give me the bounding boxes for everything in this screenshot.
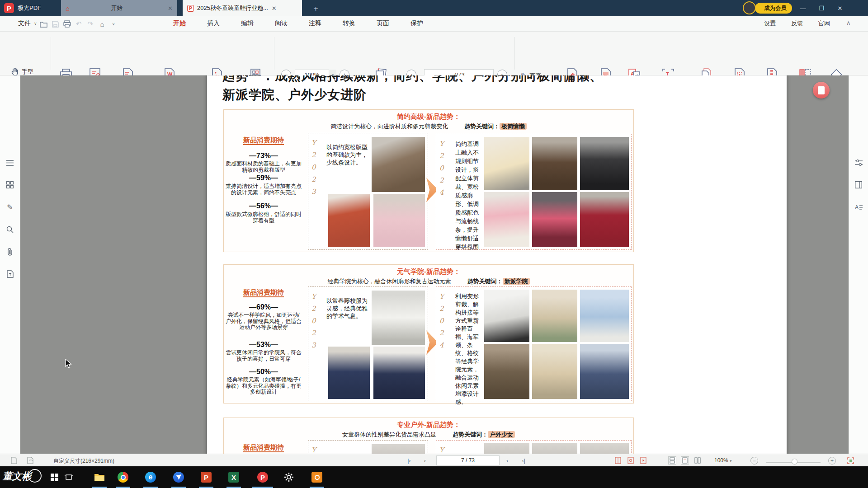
app-logo-icon: P — [4, 3, 14, 13]
trend-panel-academy: 元气学院-新品趋势： 经典学院为核心，融合休闲廓形和复古运动元素 趋势关键词：新… — [223, 264, 634, 404]
floating-doc-button[interactable] — [813, 82, 830, 99]
panel-keyword: 趋势关键词：户外少女 — [453, 431, 515, 439]
website-link[interactable]: 官网 — [818, 19, 830, 28]
attachment-icon[interactable] — [5, 247, 15, 257]
edge-icon[interactable]: e — [143, 470, 158, 484]
year-note: 简约基调上融入不规则细节设计，搭配立体剪裁、宽松质感廓形、低调质感配色与流畅线条… — [455, 140, 481, 251]
keyword-chip: 新派学院 — [503, 278, 530, 285]
blue-app-icon[interactable] — [171, 470, 186, 484]
avatar[interactable] — [743, 1, 756, 14]
next-page-button[interactable]: › — [503, 456, 512, 465]
menu-tab-annotate[interactable]: 注释 — [309, 19, 321, 28]
jpdf-icon[interactable]: P — [255, 470, 270, 484]
open-file-icon[interactable] — [38, 19, 48, 29]
page-title-line1: 趋势一：成熟风格持续焕新，简约、学院、户外分别向极简慵懒、 — [222, 75, 603, 84]
page-icon[interactable] — [26, 456, 34, 465]
single-view-icon[interactable] — [681, 456, 689, 465]
annotation-pen-icon[interactable]: ✎ — [5, 202, 15, 212]
stat-desc: 尝试不一样学院风，如更运动/户外化，保留经典风格，但适合运动户外等多场景穿 — [226, 312, 302, 331]
export-page-icon[interactable] — [5, 269, 15, 279]
clothing-photo — [532, 344, 577, 399]
home-icon[interactable]: ⌂ — [97, 19, 107, 29]
slideshow-icon[interactable] — [639, 456, 647, 465]
properties-tune-icon[interactable] — [854, 158, 863, 168]
signature-flourish — [28, 469, 42, 483]
read-mode-icon[interactable] — [614, 456, 622, 465]
menu-tab-read[interactable]: 阅读 — [275, 19, 288, 28]
tab-home[interactable]: ⌂ 开始 ✕ — [61, 0, 177, 16]
double-view-icon[interactable] — [693, 456, 702, 465]
stat-desc: 经典学院元素（如海军领/格子/条纹）和多元化品类碰撞，有更多创新设计 — [226, 377, 302, 395]
menu-tab-protect[interactable]: 保护 — [410, 19, 423, 28]
hand-tool-label: 手型 — [22, 68, 33, 76]
undo-icon[interactable]: ↶ — [74, 19, 84, 29]
start-button[interactable] — [47, 470, 61, 484]
page-icon[interactable] — [10, 456, 18, 465]
hand-tool[interactable]: 手型 — [11, 68, 33, 76]
excel-icon[interactable]: X — [226, 470, 241, 484]
minimize-button[interactable]: — — [794, 0, 812, 16]
settings-gear-icon[interactable] — [282, 470, 296, 484]
chevron-down-icon[interactable]: ∨ — [108, 19, 118, 29]
panel-layout-icon[interactable] — [854, 180, 863, 190]
redo-icon[interactable]: ↷ — [85, 19, 95, 29]
close-button[interactable]: ✕ — [831, 0, 849, 16]
year-note: 利用变形剪裁、解构拼接等方式重新诠释百褶、海军领、条纹、格纹等经典学院元素，融合… — [455, 292, 481, 406]
keyword-chip: 户外少女 — [488, 431, 515, 438]
clothing-photo — [373, 347, 425, 399]
print-icon[interactable] — [62, 19, 72, 29]
left-sidebar: ✎ — [0, 75, 20, 454]
maximize-button[interactable]: ❐ — [812, 0, 830, 16]
stat-pct: —56%— — [226, 202, 301, 210]
menu-tab-edit[interactable]: 编辑 — [241, 19, 254, 28]
new-tab-button[interactable]: ＋ — [312, 3, 320, 14]
year-2024-box: Y2024 简约基调上融入不规则细节设计，搭配立体剪裁、宽松质感廓形、低调质感配… — [436, 134, 632, 250]
stat-pct: —50%— — [226, 368, 301, 376]
menu-tab-page[interactable]: 页面 — [377, 19, 389, 28]
become-member-button[interactable]: 成为会员 — [755, 3, 792, 14]
sidebar-menu-icon[interactable] — [5, 158, 15, 168]
prev-page-button[interactable]: ‹ — [420, 456, 429, 465]
clothing-photo — [328, 194, 370, 247]
search-icon[interactable] — [5, 225, 15, 235]
stat-pct: —73%— — [226, 152, 301, 160]
fullscreen-doc-icon[interactable] — [627, 456, 635, 465]
menu-tab-convert[interactable]: 转换 — [343, 19, 355, 28]
document-viewport[interactable]: 趋势一：成熟风格持续焕新，简约、学院、户外分别向极简慵懒、 新派学院、户外少女进… — [20, 75, 849, 454]
page-title-line2: 新派学院、户外少女进阶 — [222, 86, 367, 103]
file-explorer-icon[interactable] — [92, 470, 107, 484]
statusbar-page-field[interactable]: 7 / 73 — [436, 455, 500, 465]
year-2023-box: Y2023 以常春藤校服为灵感，经典优雅的学术气息。 — [308, 286, 428, 401]
settings-link[interactable]: 设置 — [764, 19, 776, 28]
menubar: 文件 ∨ ↶ ↷ ⌂ ∨ 开始 插入 编辑 阅读 注释 转换 页面 保护 设置 … — [0, 16, 868, 32]
right-sidebar: A — [849, 75, 868, 454]
clothing-photo — [484, 443, 529, 454]
collapse-toolbar-icon[interactable]: ∧ — [846, 19, 851, 26]
thumbnails-icon[interactable] — [5, 180, 15, 190]
close-icon[interactable]: ✕ — [168, 5, 173, 12]
year-2024-box: Y2024 — [436, 440, 632, 454]
zoom-slider-knob[interactable] — [792, 459, 797, 465]
menu-tab-insert[interactable]: 插入 — [207, 19, 220, 28]
stat-pct: —59%— — [226, 174, 301, 182]
file-menu[interactable]: 文件 ∨ — [18, 19, 37, 28]
tab-document[interactable]: P 2025秋冬童装童鞋行业趋... ✕ — [183, 0, 302, 16]
last-page-button[interactable]: ›| — [519, 456, 528, 465]
zoom-out-button[interactable]: − — [750, 457, 758, 465]
ai-translate-icon[interactable]: A — [854, 202, 863, 212]
powerpoint-icon[interactable]: P — [199, 470, 213, 484]
save-icon[interactable] — [50, 19, 60, 29]
fit-screen-icon[interactable] — [846, 456, 854, 465]
task-view-button[interactable] — [61, 470, 76, 484]
menu-tab-start[interactable]: 开始 — [173, 19, 186, 28]
close-icon[interactable]: ✕ — [272, 5, 277, 12]
statusbar-zoom-label[interactable]: 100% ▾ — [714, 457, 732, 464]
feedback-link[interactable]: 反馈 — [791, 19, 803, 28]
chrome-icon[interactable] — [116, 470, 130, 484]
clothing-photo — [484, 137, 529, 190]
recorder-app-icon[interactable] — [310, 470, 324, 484]
first-page-button[interactable]: |‹ — [405, 456, 414, 465]
zoom-in-button[interactable]: + — [828, 457, 836, 465]
continuous-view-icon[interactable] — [668, 456, 676, 465]
clothing-photo — [328, 347, 370, 399]
